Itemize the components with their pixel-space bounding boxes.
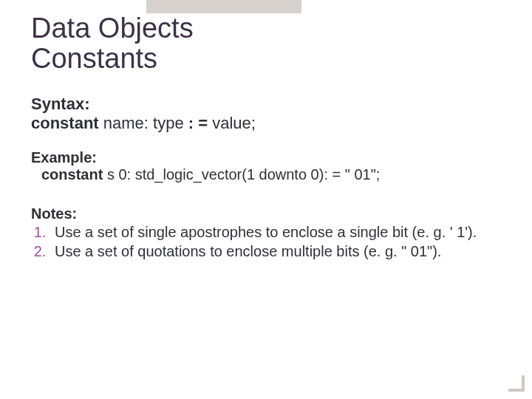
note-text: Use a set of quotations to enclose multi… <box>55 243 441 259</box>
slide-title: Data Objects Constants <box>31 13 504 74</box>
syntax-header: Syntax: <box>31 95 504 114</box>
list-item: Use a set of quotations to enclose multi… <box>50 243 504 261</box>
syntax-tail: value; <box>208 114 256 132</box>
title-line-1: Data Objects <box>31 13 194 44</box>
title-line-2: Constants <box>31 43 157 74</box>
corner-decoration-icon <box>508 375 525 392</box>
example-section: Example: constant s 0: std_logic_vector(… <box>31 149 504 183</box>
syntax-body: constant name: type : = value; <box>31 114 504 133</box>
list-item: Use a set of single apostrophes to enclo… <box>50 224 504 242</box>
notes-header: Notes: <box>31 205 504 222</box>
notes-list: Use a set of single apostrophes to enclo… <box>31 224 504 260</box>
example-keyword: constant <box>41 166 103 183</box>
notes-section: Notes: Use a set of single apostrophes t… <box>31 205 504 260</box>
note-text: Use a set of single apostrophes to enclo… <box>55 224 477 240</box>
example-body: constant s 0: std_logic_vector(1 downto … <box>31 166 504 183</box>
syntax-keyword: constant <box>31 114 99 132</box>
example-text: s 0: std_logic_vector(1 downto 0): = " 0… <box>103 166 380 183</box>
syntax-assign: : = <box>188 114 208 132</box>
decorative-top-bar <box>146 0 301 13</box>
example-header: Example: <box>31 149 504 166</box>
slide: Data Objects Constants Syntax: constant … <box>0 0 532 399</box>
syntax-section: Syntax: constant name: type : = value; <box>31 95 504 133</box>
syntax-middle: name: type <box>99 114 188 132</box>
